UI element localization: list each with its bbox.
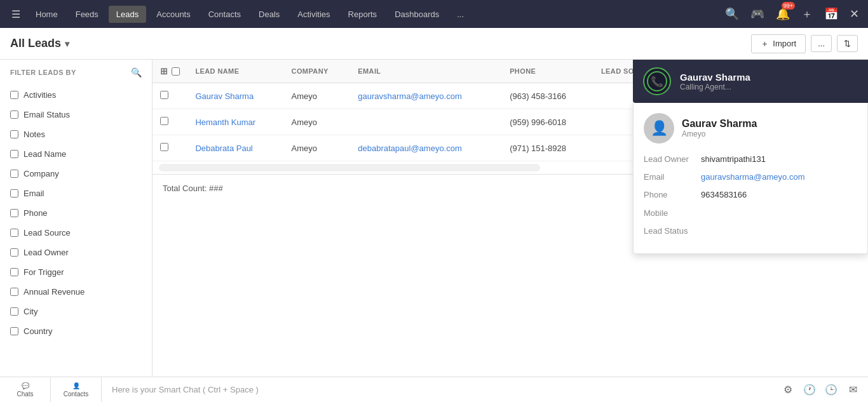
- row-1-company: Ameyo: [284, 83, 351, 109]
- email-detail-value[interactable]: gauravsharma@ameyo.com: [701, 171, 804, 183]
- lead-name-link-2[interactable]: Hemanth Kumar: [195, 117, 255, 127]
- filter-header: FILTER LEADS BY 🔍: [0, 60, 152, 85]
- more-options-button[interactable]: ...: [811, 35, 832, 52]
- filter-lead-source-label: Lead Source: [24, 228, 71, 238]
- nav-contacts[interactable]: Contacts: [201, 6, 248, 23]
- nav-more[interactable]: ...: [449, 6, 471, 23]
- filter-lead-name[interactable]: Lead Name: [0, 144, 152, 164]
- search-icon[interactable]: 🔍: [131, 67, 142, 77]
- sort-button[interactable]: ⇅: [837, 35, 858, 52]
- select-all-header: ⊞: [153, 60, 187, 83]
- filter-email-status[interactable]: Email Status: [0, 105, 152, 124]
- filter-company-checkbox[interactable]: [10, 170, 18, 178]
- filter-email-status-label: Email Status: [24, 110, 70, 119]
- row-2-phone: (959) 996-6018: [502, 109, 593, 135]
- filter-annual-revenue[interactable]: Annual Revenue: [0, 282, 152, 302]
- nav-activities[interactable]: Activities: [290, 6, 337, 23]
- dropdown-arrow-icon[interactable]: ▾: [65, 39, 69, 49]
- phone-detail-value: 9634583166: [701, 189, 747, 201]
- filter-country[interactable]: Country: [0, 321, 152, 341]
- lead-name-link-3[interactable]: Debabrata Paul: [195, 144, 252, 153]
- row-1-checkbox[interactable]: [160, 91, 168, 99]
- row-2-checkbox[interactable]: [160, 117, 168, 125]
- filter-lead-name-label: Lead Name: [24, 149, 66, 159]
- hamburger-icon[interactable]: ☰: [6, 6, 25, 23]
- calling-name: Gaurav Sharma: [680, 72, 858, 83]
- row-1-email: gauravsharma@ameyo.com: [350, 83, 502, 109]
- row-checkbox-cell: [153, 109, 187, 135]
- nav-feeds[interactable]: Feeds: [68, 6, 106, 23]
- filter-email-checkbox[interactable]: [10, 189, 18, 198]
- filter-email[interactable]: Email: [0, 184, 152, 203]
- filter-lead-owner[interactable]: Lead Owner: [0, 243, 152, 262]
- filter-phone-checkbox[interactable]: [10, 209, 18, 217]
- calling-status: Calling Agent...: [680, 83, 858, 91]
- filter-country-label: Country: [24, 326, 53, 336]
- filter-activities[interactable]: Activities: [0, 85, 152, 105]
- filter-lead-name-checkbox[interactable]: [10, 150, 18, 158]
- filter-for-trigger-checkbox[interactable]: [10, 268, 18, 276]
- contact-avatar: 👤: [644, 113, 674, 144]
- contact-detail-phone: Phone 9634583166: [644, 189, 857, 201]
- nav-accounts[interactable]: Accounts: [149, 6, 198, 23]
- lead-owner-value: shivamtripathi131: [701, 154, 766, 165]
- lead-name-link-1[interactable]: Gaurav Sharma: [195, 91, 254, 101]
- column-toggle-icon[interactable]: ⊞: [160, 66, 168, 76]
- import-button[interactable]: ＋ Import: [751, 34, 806, 53]
- filter-city-checkbox[interactable]: [10, 307, 18, 316]
- col-email: EMAIL: [350, 60, 502, 83]
- filter-for-trigger[interactable]: For Trigger: [0, 262, 152, 282]
- filter-notes-label: Notes: [24, 130, 45, 139]
- add-icon: ＋: [761, 38, 769, 50]
- row-2-lead-name: Hemanth Kumar: [187, 109, 283, 135]
- mobile-detail-label: Mobile: [644, 208, 701, 219]
- filter-phone[interactable]: Phone: [0, 203, 152, 223]
- filter-title: FILTER LEADS BY: [10, 69, 76, 76]
- filter-lead-source[interactable]: Lead Source: [0, 223, 152, 243]
- gamepad-icon[interactable]: 🎮: [748, 4, 767, 23]
- contact-detail-lead-status: Lead Status: [644, 225, 857, 237]
- filter-lead-owner-checkbox[interactable]: [10, 248, 18, 257]
- contact-detail-lead-owner: Lead Owner shivamtripathi131: [644, 154, 857, 165]
- filter-sidebar: FILTER LEADS BY 🔍 Activities Email Statu…: [0, 60, 153, 377]
- filter-annual-revenue-checkbox[interactable]: [10, 288, 18, 296]
- row-checkbox-cell: [153, 135, 187, 161]
- horizontal-scrollbar[interactable]: [159, 164, 540, 171]
- col-company: COMPANY: [284, 60, 351, 83]
- calling-popup: 📞 Gaurav Sharma Calling Agent... 👤 Gaura…: [633, 60, 868, 254]
- sub-header: All Leads ▾ ＋ Import ... ⇅: [0, 28, 868, 60]
- select-all-checkbox[interactable]: [172, 67, 180, 76]
- nav-leads[interactable]: Leads: [109, 6, 146, 23]
- row-3-email-link[interactable]: debabratapaul@ameyo.com: [358, 144, 462, 153]
- contact-company: Ameyo: [682, 130, 757, 138]
- filter-annual-revenue-label: Annual Revenue: [24, 287, 85, 297]
- calendar-icon[interactable]: 📅: [822, 4, 841, 23]
- close-icon[interactable]: ✕: [847, 4, 862, 23]
- row-3-phone: (971) 151-8928: [502, 135, 593, 161]
- filter-city[interactable]: City: [0, 302, 152, 321]
- row-3-checkbox[interactable]: [160, 143, 168, 151]
- row-1-email-link[interactable]: gauravsharma@ameyo.com: [358, 91, 461, 101]
- nav-dashboards[interactable]: Dashboards: [387, 6, 447, 23]
- table-area: ⊞ LEAD NAME COMPANY EMAIL PHONE LEAD SOU…: [153, 60, 868, 377]
- filter-email-label: Email: [24, 189, 44, 198]
- nav-right-icons: 🔍 🎮 🔔 99+ ＋ 📅 ✕: [722, 4, 862, 24]
- filter-for-trigger-label: For Trigger: [24, 267, 64, 277]
- nav-home[interactable]: Home: [28, 6, 65, 23]
- filter-notes[interactable]: Notes: [0, 124, 152, 144]
- lead-status-label: Lead Status: [644, 225, 701, 237]
- row-2-email: [350, 109, 502, 135]
- filter-activities-label: Activities: [24, 90, 56, 100]
- add-icon[interactable]: ＋: [799, 4, 815, 24]
- filter-notes-checkbox[interactable]: [10, 130, 18, 138]
- nav-deals[interactable]: Deals: [251, 6, 287, 23]
- filter-company[interactable]: Company: [0, 164, 152, 184]
- nav-reports[interactable]: Reports: [341, 6, 385, 23]
- notifications-icon[interactable]: 🔔 99+: [773, 4, 792, 23]
- filter-country-checkbox[interactable]: [10, 327, 18, 335]
- filter-lead-source-checkbox[interactable]: [10, 229, 18, 237]
- search-icon[interactable]: 🔍: [722, 4, 742, 23]
- filter-activities-checkbox[interactable]: [10, 91, 18, 99]
- contact-card-title: Gaurav Sharma Ameyo: [682, 118, 757, 138]
- filter-email-status-checkbox[interactable]: [10, 111, 18, 119]
